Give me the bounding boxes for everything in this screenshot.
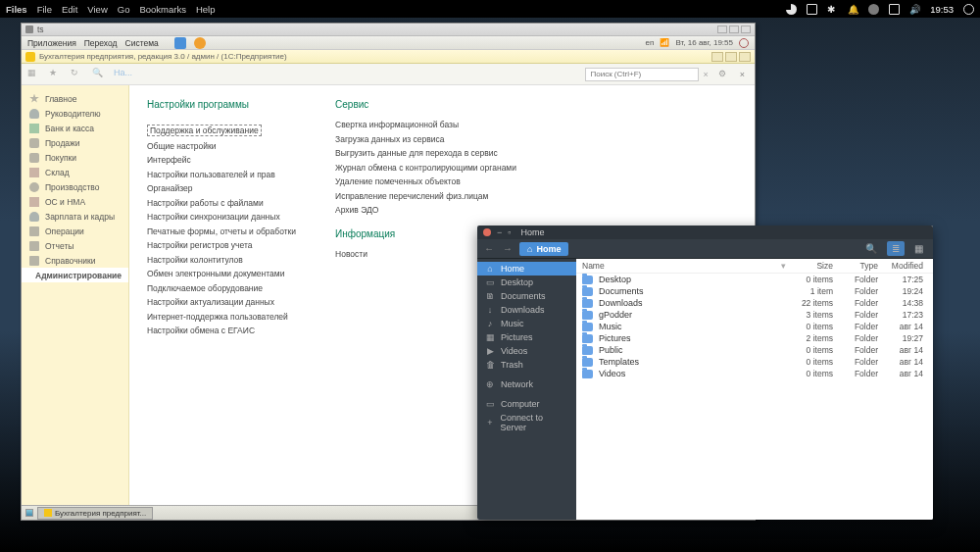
places-item[interactable]: ⌂Home (477, 262, 576, 276)
back-icon[interactable]: ← (482, 243, 496, 254)
places-item[interactable]: ↓Downloads (477, 303, 576, 317)
network-icon[interactable]: 📶 (660, 38, 669, 47)
path-button-home[interactable]: ⌂Home (519, 242, 568, 256)
clock[interactable]: 19:53 (930, 4, 954, 15)
sort-indicator-icon[interactable]: ▾ (781, 261, 786, 271)
menu-view[interactable]: View (87, 4, 107, 15)
wifi-icon[interactable] (786, 4, 797, 15)
file-row[interactable]: Pictures2 itemsFolder19:27 (576, 332, 933, 344)
close-panel-icon[interactable]: × (736, 70, 749, 79)
sidebar-item[interactable]: Банк и касса (22, 121, 128, 135)
places-item[interactable]: +Connect to Server (477, 411, 576, 434)
settings-link[interactable]: Архив ЭДО (335, 205, 516, 215)
places-item[interactable]: ⊕Network (477, 377, 576, 391)
sound-icon[interactable]: 🔊 (909, 4, 920, 15)
sidebar-item[interactable]: ОС и НМА (22, 194, 128, 209)
app-window-controls[interactable] (711, 52, 751, 62)
volume-icon[interactable] (807, 4, 817, 15)
shutdown-icon[interactable] (739, 38, 749, 48)
search-icon[interactable]: 🔍 (860, 241, 882, 256)
places-item[interactable]: ♪Music (477, 317, 576, 330)
settings-link[interactable]: Настройки колонтитулов (147, 255, 296, 265)
settings-link[interactable]: Свертка информационной базы (335, 120, 516, 129)
settings-link[interactable]: Поддержка и обслуживание (147, 125, 262, 136)
sidebar-item[interactable]: Склад (22, 165, 128, 179)
sidebar-item[interactable]: Администрирование (22, 268, 128, 282)
menu-file[interactable]: File (37, 4, 52, 15)
sidebar-item[interactable]: Справочники (22, 253, 128, 268)
settings-link[interactable]: Настройки работы с файлами (147, 198, 296, 208)
search-icon[interactable]: 🔍 (92, 68, 106, 81)
keyboard-indicator[interactable]: en (646, 38, 655, 47)
vnc-titlebar[interactable]: ts (22, 24, 755, 36)
file-list-header[interactable]: Name▾ Size Type Modified (576, 259, 933, 274)
settings-link[interactable]: Загрузка данных из сервиса (335, 134, 516, 144)
places-item[interactable]: 🗎Documents (477, 289, 576, 303)
settings-link[interactable]: Настройки регистров учета (147, 240, 296, 250)
settings-link[interactable]: Органайзер (147, 183, 296, 193)
settings-link[interactable]: Настройки актуализации данных (147, 297, 296, 307)
close-icon[interactable] (483, 228, 491, 236)
taskbar-item[interactable]: Бухгалтерия предприят... (37, 507, 153, 520)
sidebar-item[interactable]: Производство (22, 179, 128, 194)
settings-link[interactable]: Обмен электронными документами (147, 269, 296, 278)
settings-link[interactable]: Журнал обмена с контролирующими органами (335, 163, 516, 173)
initial-page-link[interactable]: На... (114, 68, 127, 81)
settings-link[interactable]: Настройки синхронизации данных (147, 212, 296, 222)
files-titlebar[interactable]: − ▫ Home (477, 226, 933, 239)
panel-clock[interactable]: Вт, 16 авг, 19:55 (675, 38, 733, 47)
settings-link[interactable]: Исправление перечислений физ.лицам (335, 191, 516, 201)
sidebar-item[interactable]: Зарплата и кадры (22, 209, 128, 224)
minimize-icon[interactable]: − (497, 227, 502, 237)
panel-menu-item[interactable]: Переход (84, 38, 118, 48)
history-icon[interactable]: ↻ (71, 68, 84, 81)
menu-go[interactable]: Go (118, 4, 130, 15)
settings-link[interactable]: Настройки пользователей и прав (147, 170, 296, 179)
show-desktop-icon[interactable] (25, 509, 33, 517)
notification-icon[interactable]: 🔔 (848, 4, 858, 15)
bluetooth-icon[interactable]: ✱ (827, 4, 838, 15)
menu-bookmarks[interactable]: Bookmarks (139, 4, 186, 15)
file-row[interactable]: gPodder3 itemsFolder17:23 (576, 309, 933, 321)
grid-view-icon[interactable]: ▦ (909, 241, 928, 256)
sidebar-item[interactable]: Операции (22, 224, 128, 238)
app-titlebar[interactable]: Бухгалтерия предприятия, редакция 3.0 / … (22, 50, 755, 64)
settings-link[interactable]: Общие настройки (147, 141, 296, 151)
places-item[interactable]: ▭Computer (477, 397, 576, 411)
sidebar-item[interactable]: Главное (22, 91, 128, 106)
settings-link[interactable]: Удаление помеченных объектов (335, 176, 516, 186)
file-row[interactable]: Videos0 itemsFolderавг 14 (576, 368, 933, 379)
firefox-icon[interactable] (194, 37, 206, 49)
settings-link[interactable]: Выгрузить данные для перехода в сервис (335, 148, 516, 158)
panel-menu-item[interactable]: Система (125, 38, 159, 48)
menu-edit[interactable]: Edit (62, 4, 77, 15)
star-icon[interactable]: ★ (49, 68, 63, 81)
window-controls[interactable] (717, 25, 751, 33)
menu-help[interactable]: Help (196, 4, 216, 15)
places-item[interactable]: 🗑Trash (477, 358, 576, 372)
clear-search-icon[interactable]: × (699, 70, 711, 79)
sidebar-item[interactable]: Продажи (22, 135, 128, 150)
menu-files[interactable]: Files (6, 4, 27, 15)
power-icon[interactable] (963, 4, 974, 15)
app-icon[interactable] (174, 37, 186, 49)
search-input[interactable] (585, 68, 699, 81)
maximize-icon[interactable]: ▫ (508, 227, 511, 237)
file-row[interactable]: Music0 itemsFolderавг 14 (576, 321, 933, 332)
grid-icon[interactable]: ▦ (27, 68, 41, 81)
places-item[interactable]: ▶Videos (477, 344, 576, 358)
settings-link[interactable]: Настройки обмена с ЕГАИС (147, 326, 296, 335)
settings-link[interactable]: Интернет-поддержка пользователей (147, 312, 296, 322)
settings-link[interactable]: Интерфейс (147, 155, 296, 165)
battery-icon[interactable] (889, 4, 900, 15)
places-item[interactable]: ▭Desktop (477, 276, 576, 289)
file-row[interactable]: Downloads22 itemsFolder14:38 (576, 297, 933, 309)
forward-icon[interactable]: → (501, 243, 514, 254)
file-row[interactable]: Documents1 itemFolder19:24 (576, 285, 933, 297)
file-row[interactable]: Desktop0 itemsFolder17:25 (576, 274, 933, 285)
file-row[interactable]: Templates0 itemsFolderавг 14 (576, 356, 933, 368)
panel-menu-item[interactable]: Приложения (27, 38, 76, 48)
sidebar-item[interactable]: Покупки (22, 150, 128, 165)
sidebar-item[interactable]: Руководителю (22, 106, 128, 121)
settings-link[interactable]: Подключаемое оборудование (147, 283, 296, 293)
